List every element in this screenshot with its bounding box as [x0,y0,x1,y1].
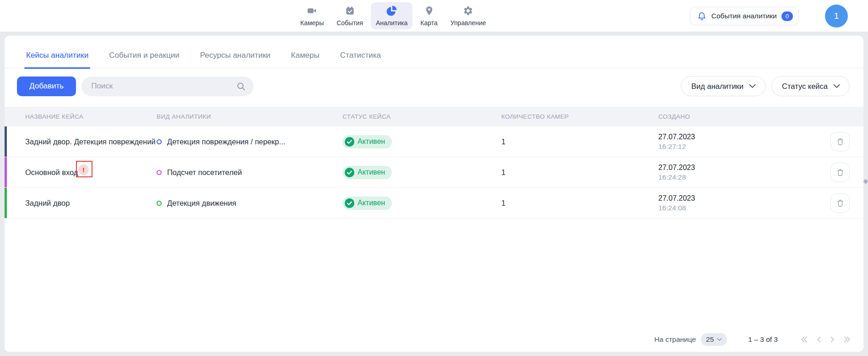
table-row[interactable]: Задний двор. Детекция повреждений Детекц… [5,126,863,157]
map-pin-icon [424,5,434,18]
pager-controls [800,336,852,343]
search-input[interactable] [81,77,254,96]
column-header-camera-count: КОЛИЧЕСТВО КАМЕР [501,113,658,120]
camera-count: 1 [501,168,658,177]
bell-icon [697,11,707,21]
type-dot-icon [157,170,162,175]
chevron-down-icon [749,84,756,88]
nav-item-management[interactable]: Управление [445,2,491,29]
tab-statistics[interactable]: Статистика [340,51,381,68]
check-circle-icon [345,168,354,177]
status-badge: Активен [342,197,392,210]
tab-cameras[interactable]: Камеры [291,51,320,68]
calendar-check-icon [345,5,355,18]
camera-count: 1 [501,137,658,146]
camera-icon [307,5,317,18]
analytics-type: Подсчет посетителей [157,168,342,177]
filters: Вид аналитики Статус кейса [681,76,850,96]
top-bar: Камеры События Аналитика Карта Управлени [0,0,868,32]
type-dot-icon [157,139,162,144]
delete-button[interactable] [830,132,850,151]
table-header: НАЗВАНИЕ КЕЙСА ВИД АНАЛИТИКИ СТАТУС КЕЙС… [5,107,863,126]
analytics-type: Детекция движения [157,199,342,208]
check-circle-icon [345,137,354,147]
filter-analytics-type[interactable]: Вид аналитики [681,76,765,96]
main-navigation: Камеры События Аналитика Карта Управлени [295,2,491,29]
nav-item-cameras[interactable]: Камеры [295,2,329,29]
created-at: 27.07.2023 16:27:12 [658,133,815,151]
column-header-case-status: СТАТУС КЕЙСА [342,113,501,120]
case-name: Задний двор [25,199,157,208]
trash-icon [836,168,845,177]
events-button-label: События аналитики [711,12,777,20]
check-circle-icon [345,198,354,208]
add-button[interactable]: Добавить [17,77,76,96]
nav-label: Управление [450,19,486,27]
tab-events-reactions[interactable]: События и реакции [109,51,179,68]
delete-button[interactable] [830,193,850,213]
trash-icon [836,137,845,146]
type-dot-icon [157,201,162,206]
warning-icon: ! [78,164,89,175]
created-at: 27.07.2023 16:24:08 [658,194,815,212]
pie-chart-icon [386,5,397,18]
analytics-page: Кейсы аналитики События и реакции Ресурс… [5,36,863,352]
next-page-icon[interactable] [830,336,835,343]
row-accent-bar [5,157,7,187]
resize-handle-icon [863,179,868,184]
analytics-events-button[interactable]: События аналитики 0 [690,7,799,25]
per-page-select[interactable]: 25 [701,333,727,346]
nav-label: Аналитика [376,19,407,27]
row-accent-bar [5,126,7,157]
column-header-case-name: НАЗВАНИЕ КЕЙСА [25,113,157,120]
delete-button[interactable] [830,163,850,182]
search-field [81,77,254,96]
chevron-down-icon [833,84,840,88]
status-badge: Активен [342,135,392,148]
last-page-icon[interactable] [843,336,852,343]
camera-count: 1 [501,199,658,208]
trash-icon [836,199,845,208]
nav-item-events[interactable]: События [331,2,368,29]
user-avatar[interactable]: 1 [825,5,848,27]
nav-item-map[interactable]: Карта [415,2,442,29]
tab-analytics-resources[interactable]: Ресурсы аналитики [200,51,271,68]
analytics-type: Детекция повреждения / перекр... [157,137,342,146]
prev-page-icon[interactable] [816,336,822,343]
nav-label: События [336,19,363,27]
tab-analytics-cases[interactable]: Кейсы аналитики [26,51,88,68]
warning-annotation-box: ! [76,161,92,177]
page-range: 1 – 3 of 3 [748,335,778,344]
case-name: Задний двор. Детекция повреждений [25,137,157,146]
column-header-created: СОЗДАНО [658,113,815,120]
per-page-label: На странице [654,335,696,344]
nav-label: Камеры [300,19,324,27]
pagination: На странице 25 1 – 3 of 3 [5,333,863,346]
status-badge: Активен [342,166,392,179]
first-page-icon[interactable] [800,336,808,343]
table-row[interactable]: Основной вход ! Подсчет посетителей Акти… [5,157,863,188]
nav-item-analytics[interactable]: Аналитика [371,2,412,29]
chevron-down-icon [717,338,722,341]
column-header-analytics-type: ВИД АНАЛИТИКИ [157,113,342,120]
table-row[interactable]: Задний двор Детекция движения Активен 1 … [5,188,863,219]
case-name: Основной вход ! [25,164,157,181]
events-count-badge: 0 [781,11,793,21]
row-accent-bar [5,188,7,218]
filter-case-status[interactable]: Статус кейса [771,76,850,96]
tab-bar: Кейсы аналитики События и реакции Ресурс… [5,36,863,68]
created-at: 27.07.2023 16:24:28 [658,164,815,181]
search-icon [236,82,246,93]
toolbar: Добавить Вид аналитики Статус кейса [17,76,850,96]
gear-icon [463,5,473,18]
nav-label: Карта [420,19,437,27]
